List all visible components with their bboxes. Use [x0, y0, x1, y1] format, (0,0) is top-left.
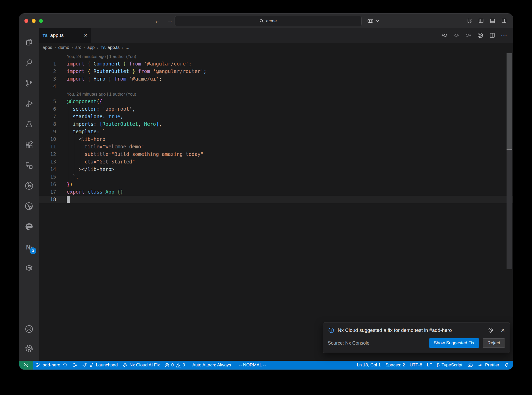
nx-badge: 3 [30, 247, 36, 254]
vim-mode-status[interactable]: -- NORMAL -- [237, 363, 268, 368]
git-branch-status[interactable]: add-hero [33, 363, 70, 368]
remote-indicator[interactable] [19, 361, 33, 370]
traffic-lights [24, 19, 43, 23]
line-number: 3 [39, 75, 67, 83]
encoding-status[interactable]: UTF-8 [407, 363, 424, 368]
sidebar-item-accounts[interactable] [19, 319, 39, 339]
customize-layout-button[interactable] [467, 18, 473, 24]
account-icon [24, 324, 34, 334]
text-cursor [67, 196, 70, 203]
screen: ← → acme [0, 0, 532, 395]
git-graph-status[interactable] [70, 363, 79, 368]
sidebar-item-type-hierarchy[interactable] [19, 155, 39, 175]
toggle-secondary-sidebar-button[interactable] [501, 18, 507, 24]
settings-gear-icon [24, 344, 34, 353]
open-next-change-icon[interactable] [465, 32, 471, 38]
sidebar-item-extensions[interactable] [19, 134, 39, 155]
tab-app-ts[interactable]: TS app.ts ✕ [39, 28, 91, 43]
notification-settings-icon[interactable] [488, 327, 494, 333]
breadcrumb-file[interactable]: TSapp.ts [101, 45, 119, 50]
line-number: 13 [39, 158, 67, 166]
titlebar: ← → acme [19, 14, 513, 28]
command-center-search[interactable]: acme [175, 16, 362, 26]
git-graph-view-icon[interactable] [477, 32, 483, 38]
toggle-panel-button[interactable] [490, 18, 495, 24]
more-actions-icon[interactable]: ⋯ [501, 32, 507, 38]
sidebar-item-settings[interactable] [19, 339, 39, 358]
typescript-file-icon: TS [101, 45, 106, 50]
breadcrumb-item[interactable]: apps [43, 45, 52, 50]
git-blame-annotation: You, 24 minutes ago | 1 author (You) [39, 52, 513, 60]
code-line: 18 [39, 196, 513, 203]
breadcrumb-separator-icon: › [97, 45, 98, 50]
nx-cloud-fix-status[interactable]: Nx Cloud AI Fix [120, 363, 162, 368]
line-number: 9 [39, 128, 67, 135]
breadcrumb-item[interactable]: demo [58, 45, 69, 50]
notification-close-icon[interactable]: ✕ [501, 327, 505, 333]
problems-status[interactable]: 0 0 [162, 363, 187, 368]
breadcrumb-item[interactable]: src [75, 45, 81, 50]
scrollbar-track[interactable] [507, 150, 512, 269]
git-branch-icon [36, 363, 41, 368]
command-center-text: acme [266, 18, 277, 24]
copilot-status[interactable] [465, 362, 476, 368]
prettier-status[interactable]: ✓✓ Prettier [476, 363, 502, 368]
open-previous-change-icon[interactable] [441, 32, 448, 38]
sidebar-item-run-debug[interactable] [19, 93, 39, 114]
extensions-icon [25, 140, 34, 149]
breadcrumb-ellipsis[interactable]: ... [126, 45, 129, 50]
breadcrumb-separator-icon: › [72, 45, 73, 50]
compare-changes-icon[interactable] [453, 32, 460, 38]
zoom-window-button[interactable] [39, 19, 43, 23]
copilot-menu[interactable] [367, 17, 379, 24]
code-line: 7 standalone: true, [39, 113, 513, 120]
sidebar-item-source-control[interactable] [19, 73, 39, 93]
navigate-forward-button[interactable]: → [167, 17, 173, 24]
notification-source: Source: Nx Console [328, 340, 429, 346]
code-line: 11 title="Welcmoe demo" [39, 143, 513, 150]
reject-button[interactable]: Reject [483, 338, 505, 348]
language-mode-status[interactable]: {} TypeScript [434, 363, 465, 368]
code-line-content: template: ` [67, 128, 105, 135]
split-editor-icon[interactable] [489, 32, 495, 38]
sidebar-item-testing[interactable] [19, 114, 39, 134]
code-line-content: imports: [RouterOutlet, Hero], [67, 120, 162, 128]
indent-guide [68, 105, 68, 188]
indent-guide [80, 143, 80, 173]
sidebar-item-edge-devtools[interactable] [19, 216, 39, 237]
toggle-primary-sidebar-button[interactable] [478, 18, 484, 24]
tab-close-icon[interactable]: ✕ [84, 32, 88, 38]
code-line-content: <lib-hero [67, 135, 105, 143]
cursor-position-status[interactable]: Ln 18, Col 1 [355, 363, 383, 368]
sidebar-item-git-graph[interactable] [19, 175, 39, 196]
notifications-bell[interactable] [502, 363, 513, 368]
scrollbar-thumb[interactable] [507, 53, 512, 149]
breadcrumb: apps›demo›src›app›TSapp.ts›... [39, 43, 513, 52]
info-icon [328, 327, 335, 334]
navigate-back-button[interactable]: ← [154, 17, 161, 24]
sidebar-item-search[interactable] [19, 52, 39, 73]
auto-attach-status[interactable]: Auto Attach: Always [190, 363, 233, 368]
breadcrumb-separator-icon: › [122, 45, 123, 50]
line-number: 1 [39, 60, 67, 68]
sidebar-item-containers[interactable] [19, 258, 39, 278]
sidebar-item-git-search[interactable] [19, 196, 39, 216]
vscode-window: ← → acme [19, 14, 513, 370]
show-suggested-fix-button[interactable]: Show Suggested Fix [429, 338, 479, 348]
line-number: 11 [39, 143, 67, 150]
code-editor[interactable]: You, 24 minutes ago | 1 author (You)1imp… [39, 52, 513, 361]
minimize-window-button[interactable] [32, 19, 36, 23]
sidebar-item-nx-console[interactable]: N› 3 [19, 237, 39, 258]
close-window-button[interactable] [24, 19, 28, 23]
breadcrumb-item[interactable]: app [87, 45, 95, 50]
sidebar-item-explorer[interactable] [19, 32, 39, 52]
explorer-icon [25, 38, 34, 47]
code-line: 9 template: ` [39, 128, 513, 135]
nx-console-icon: N› 3 [26, 244, 32, 251]
bell-icon [504, 363, 509, 368]
launchpad-status[interactable]: Launchpad [79, 362, 120, 368]
eol-status[interactable]: LF [424, 363, 434, 368]
indentation-status[interactable]: Spaces: 2 [383, 363, 407, 368]
breadcrumb-separator-icon: › [84, 45, 85, 50]
braces-icon: {} [437, 363, 440, 368]
